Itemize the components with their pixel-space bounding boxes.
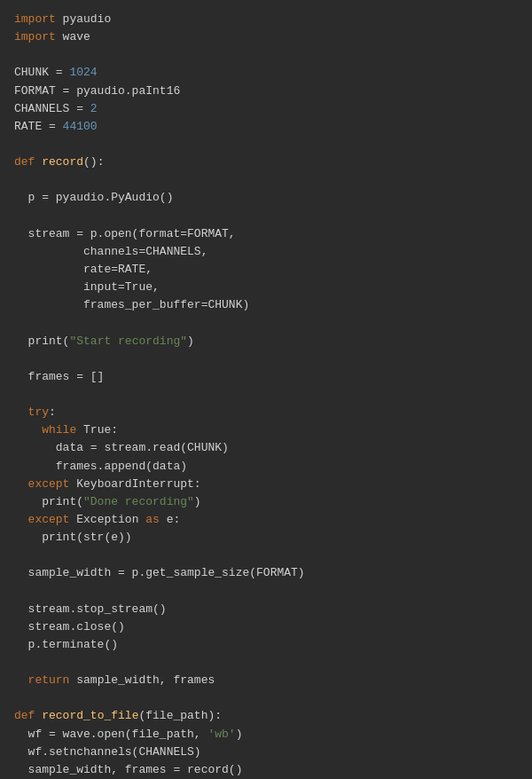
code-line (14, 583, 518, 601)
code-token: stream = p.open(format=FORMAT, (14, 227, 236, 240)
code-token (14, 405, 28, 419)
code-token: ) (187, 334, 194, 348)
code-line: RATE = 44100 (14, 118, 518, 136)
code-line: rate=RATE, (14, 261, 518, 279)
code-token: print(str(e)) (14, 531, 132, 544)
code-token: RATE = (14, 120, 63, 133)
code-token: as (145, 513, 160, 526)
code-token: frames = [] (14, 370, 104, 383)
code-line: wf.setnchannels(CHANNELS) (14, 744, 518, 761)
code-line (14, 208, 518, 225)
code-token: KeyboardInterrupt: (69, 477, 200, 491)
code-token: channels=CHANNELS, (14, 245, 207, 258)
code-line: sample_width, frames = record() (14, 761, 518, 779)
code-token: return (28, 673, 70, 687)
code-line: def record(): (14, 153, 518, 171)
code-token: e: (160, 513, 180, 526)
code-token: def (14, 709, 35, 722)
code-token: CHANNELS = (14, 102, 90, 115)
code-line: p = pyaudio.PyAudio() (14, 189, 518, 207)
code-token: ) (194, 495, 201, 508)
code-token: wf = wave.open(file_path, (14, 728, 207, 741)
code-line: FORMAT = pyaudio.paInt16 (14, 83, 518, 100)
code-line: except Exception as e: (14, 511, 518, 529)
code-token: stream.close() (14, 620, 125, 633)
code-line: import wave (14, 28, 518, 46)
code-token: while (42, 423, 76, 437)
code-token: sample_width = p.get_sample_size(FORMAT) (14, 566, 305, 579)
code-line: CHUNK = 1024 (14, 64, 518, 82)
code-line: data = stream.read(CHUNK) (14, 439, 518, 457)
code-token (14, 477, 28, 491)
code-line: stream.stop_stream() (14, 601, 518, 618)
code-line: return sample_width, frames (14, 672, 518, 689)
code-token: Exception (69, 513, 145, 526)
code-token: record (42, 155, 83, 169)
code-line: frames = [] (14, 368, 518, 386)
code-token: ) (236, 728, 243, 741)
code-token: p.terminate() (14, 638, 118, 651)
code-line (14, 547, 518, 564)
code-line (14, 136, 518, 153)
code-token: frames.append(data) (14, 460, 187, 473)
code-token: input=True, (14, 280, 160, 294)
code-line: p.terminate() (14, 636, 518, 654)
code-line (14, 689, 518, 707)
code-line: print("Done recording") (14, 493, 518, 511)
code-token: record_to_file (42, 709, 138, 722)
code-token: print( (14, 334, 69, 348)
code-token: frames_per_buffer=CHUNK) (14, 298, 249, 311)
code-token: try (28, 405, 49, 419)
code-token: FORMAT = pyaudio.paInt16 (14, 84, 180, 98)
code-token: import (14, 12, 56, 26)
code-line (14, 171, 518, 189)
code-line: import pyaudio (14, 11, 518, 28)
code-token: wave (56, 30, 90, 43)
code-token: CHUNK = (14, 66, 69, 79)
code-token: data = stream.read(CHUNK) (14, 441, 229, 454)
code-line: stream = p.open(format=FORMAT, (14, 225, 518, 243)
code-token (14, 423, 42, 437)
code-line: def record_to_file(file_path): (14, 707, 518, 725)
code-token: except (28, 477, 70, 491)
code-line (14, 46, 518, 64)
code-token: except (28, 513, 70, 526)
code-token: 1024 (69, 66, 97, 79)
code-line: wf = wave.open(file_path, 'wb') (14, 726, 518, 744)
code-line: try: (14, 404, 518, 421)
code-line: CHANNELS = 2 (14, 100, 518, 118)
code-token: (): (83, 155, 104, 169)
code-line (14, 386, 518, 404)
code-token: "Start recording" (69, 334, 187, 348)
code-token: sample_width, frames (69, 673, 215, 687)
code-line: print(str(e)) (14, 529, 518, 547)
code-token (14, 673, 28, 687)
code-line: except KeyboardInterrupt: (14, 476, 518, 493)
code-token: wf.setnchannels(CHANNELS) (14, 745, 201, 759)
code-token: pyaudio (56, 12, 111, 26)
code-token: rate=RATE, (14, 263, 153, 276)
code-line: stream.close() (14, 618, 518, 636)
code-token: stream.stop_stream() (14, 602, 167, 616)
code-token (14, 513, 28, 526)
code-token: 44100 (63, 120, 98, 133)
code-token: print( (14, 495, 83, 508)
code-line (14, 350, 518, 368)
code-token: import (14, 30, 56, 43)
code-token: p = pyaudio.PyAudio() (14, 191, 173, 204)
code-line: while True: (14, 421, 518, 439)
code-token: 'wb' (207, 728, 235, 741)
code-token: 2 (90, 102, 98, 115)
code-line: frames_per_buffer=CHUNK) (14, 296, 518, 314)
code-token: sample_width, frames = record() (14, 763, 242, 776)
code-line: frames.append(data) (14, 458, 518, 476)
code-line (14, 314, 518, 332)
code-token: "Done recording" (83, 495, 194, 508)
code-line: input=True, (14, 279, 518, 296)
code-token: : (49, 405, 56, 419)
code-line: print("Start recording") (14, 333, 518, 350)
code-line (14, 654, 518, 672)
code-token: def (14, 155, 35, 169)
code-line: channels=CHANNELS, (14, 243, 518, 261)
code-token: True: (76, 423, 118, 437)
